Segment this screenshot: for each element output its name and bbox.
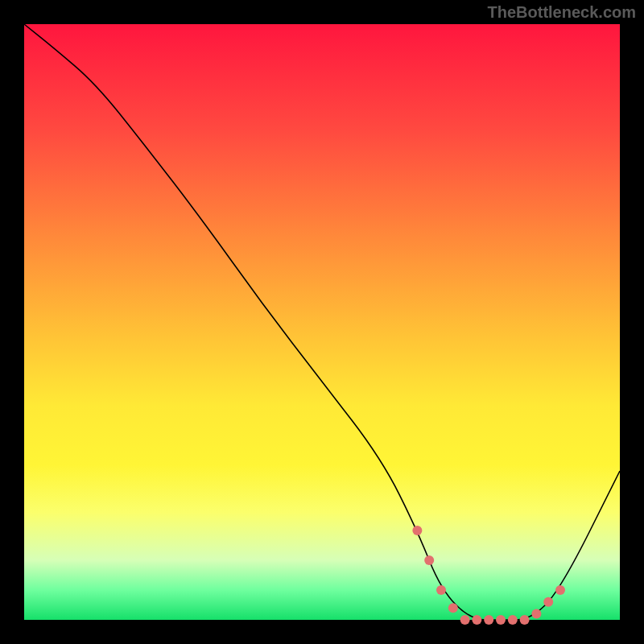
highlight-dot: [424, 555, 434, 565]
highlight-dot: [520, 615, 530, 625]
highlight-dot: [555, 585, 565, 595]
attribution-text: TheBottleneck.com: [488, 3, 636, 22]
highlight-dot: [448, 603, 458, 613]
highlight-dot: [460, 615, 470, 625]
curve-line: [24, 24, 620, 620]
highlight-dot: [412, 526, 422, 535]
highlight-dot: [508, 615, 518, 625]
highlight-dot: [543, 597, 553, 607]
highlight-dot: [496, 615, 506, 625]
chart-frame: TheBottleneck.com: [0, 0, 644, 644]
highlight-dot: [484, 615, 493, 625]
highlight-dot: [531, 609, 541, 619]
highlight-dot: [436, 585, 446, 595]
highlight-dot: [472, 615, 481, 625]
chart-svg: [24, 24, 620, 620]
